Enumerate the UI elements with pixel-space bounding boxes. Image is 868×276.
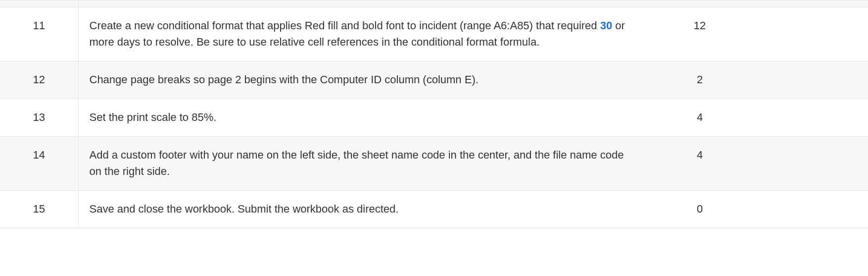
pad-cell <box>749 99 868 137</box>
step-description: Change page breaks so page 2 begins with… <box>78 61 650 99</box>
table-row: 12 Change page breaks so page 2 begins w… <box>0 61 868 99</box>
step-description: Create a new conditional format that app… <box>78 7 650 61</box>
pad-cell <box>749 137 868 191</box>
desc-text-pre: Add a custom footer with your name on th… <box>90 149 624 177</box>
step-number: 15 <box>0 191 78 228</box>
table-row: 15 Save and close the workbook. Submit t… <box>0 191 868 228</box>
step-description: Save and close the workbook. Submit the … <box>78 191 650 228</box>
step-number: 13 <box>0 99 78 137</box>
table-header-strip <box>0 0 868 7</box>
table-row: 14 Add a custom footer with your name on… <box>0 137 868 191</box>
desc-text-pre: Change page breaks so page 2 begins with… <box>90 73 479 86</box>
desc-text-pre: Set the print scale to 85%. <box>90 111 217 123</box>
step-points: 0 <box>650 191 749 228</box>
instruction-table: 11 Create a new conditional format that … <box>0 0 868 228</box>
step-number: 12 <box>0 61 78 99</box>
step-points: 4 <box>650 99 749 137</box>
step-points: 4 <box>650 137 749 191</box>
pad-cell <box>749 61 868 99</box>
step-number: 14 <box>0 137 78 191</box>
pad-cell <box>749 191 868 228</box>
table-row: 11 Create a new conditional format that … <box>0 7 868 61</box>
desc-emph: 30 <box>600 19 612 32</box>
desc-text-pre: Save and close the workbook. Submit the … <box>90 203 399 215</box>
table-row: 13 Set the print scale to 85%. 4 <box>0 99 868 137</box>
step-description: Add a custom footer with your name on th… <box>78 137 650 191</box>
step-points: 12 <box>650 7 749 61</box>
pad-cell <box>749 7 868 61</box>
desc-text-pre: Create a new conditional format that app… <box>90 19 600 32</box>
step-points: 2 <box>650 61 749 99</box>
step-number: 11 <box>0 7 78 61</box>
step-description: Set the print scale to 85%. <box>78 99 650 137</box>
